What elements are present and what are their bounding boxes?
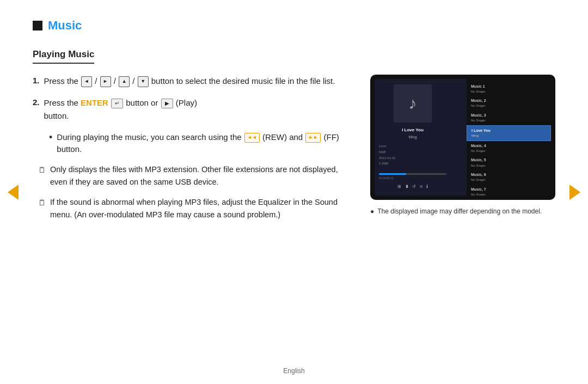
right-side: ♪ I Love You Ming Love R&B 2011-01-01 1.… <box>370 75 555 216</box>
time-row: 01:01/03:12 <box>379 176 446 181</box>
list-item[interactable]: Music, 5 No Singer <box>467 155 551 170</box>
music-note-icon: ♪ <box>409 91 417 115</box>
tv-inner: ♪ I Love You Ming Love R&B 2011-01-01 1.… <box>375 79 551 196</box>
step-1-text-after: button to select the desired music file … <box>151 76 335 86</box>
song-title: I Love You <box>402 127 424 133</box>
album-art: ♪ <box>394 84 432 123</box>
caption-bullet-icon: ● <box>370 206 374 216</box>
step-1-content: Press the ◄ / ► / ▲ / ▼ button to select… <box>44 75 335 88</box>
repeat-ctrl-btn[interactable]: ↺ <box>412 184 416 190</box>
footer-text: English <box>283 367 304 375</box>
screen-caption: ● The displayed image may differ dependi… <box>370 206 555 216</box>
note-2: 🗒 If the sound is abnormal when playing … <box>38 196 354 221</box>
step-2-content: Press the ENTER ↵ button or ▶ (Play)butt… <box>44 96 197 123</box>
slash-3: / <box>132 76 137 86</box>
grid-ctrl-btn[interactable]: ⊞ <box>397 184 401 190</box>
rew-button-icon[interactable]: ◄◄ <box>244 133 260 143</box>
time-display: 01:01/03:12 <box>379 176 393 181</box>
rew-label: (REW) and <box>262 132 303 142</box>
page-title: Music <box>48 16 82 34</box>
date: 2011-01-01 <box>379 155 446 161</box>
note-2-icon: 🗒 <box>38 197 46 209</box>
shuffle-ctrl-btn[interactable]: ⤮ <box>419 184 423 190</box>
caption-text: The displayed image may differ depending… <box>377 206 542 216</box>
category: R&B <box>379 149 446 155</box>
song-meta: Love R&B 2011-01-01 1.2MB <box>379 143 446 167</box>
step-2: 2. Press the ENTER ↵ button or ▶ (Play)b… <box>33 96 354 123</box>
step-1-text-before: Press the <box>44 76 78 86</box>
step-1-number: 1. <box>33 75 40 88</box>
page-container: Music Playing Music 1. Press the ◄ / ► /… <box>0 0 588 240</box>
song-artist: Ming <box>408 135 416 141</box>
genre: Love <box>379 143 446 149</box>
right-arrow-btn[interactable]: ► <box>100 76 111 87</box>
step-2-text-middle: button or <box>126 98 160 107</box>
step-1: 1. Press the ◄ / ► / ▲ / ▼ button to sel… <box>33 75 354 88</box>
section-title: Music <box>33 16 555 34</box>
progress-bar-wrap: 01:01/03:12 ⊞ ⏸ ↺ ⤮ ℹ <box>379 173 446 190</box>
list-item-selected[interactable]: I Love You Ming <box>467 125 551 141</box>
note-1-text: Only displays the files with MP3 extensi… <box>50 163 354 188</box>
list-item[interactable]: Music 1 No Singer <box>467 82 551 96</box>
sub-list: • During playing the music, you can sear… <box>49 131 354 156</box>
pause-ctrl-btn[interactable]: ⏸ <box>405 184 409 190</box>
down-arrow-btn[interactable]: ▼ <box>138 76 149 87</box>
nav-prev-button[interactable] <box>7 181 20 203</box>
bullet-text-before: During playing the music, you can search… <box>57 132 241 142</box>
note-1-icon: 🗒 <box>38 164 46 176</box>
progress-bar-fill <box>379 173 406 175</box>
size: 1.2MB <box>379 161 446 167</box>
note-1: 🗒 Only displays the files with MP3 exten… <box>38 163 354 188</box>
ff-button-icon[interactable]: ►► <box>305 133 321 143</box>
list-item[interactable]: Music, 2 No Singer <box>467 96 551 111</box>
footer: English <box>0 366 588 376</box>
slash-1: / <box>95 76 99 86</box>
info-ctrl-btn[interactable]: ℹ <box>426 184 428 190</box>
bullet-text: During playing the music, you can search… <box>57 131 354 156</box>
bullet-item: • During playing the music, you can sear… <box>49 131 354 156</box>
tv-screen: ♪ I Love You Ming Love R&B 2011-01-01 1.… <box>370 75 555 200</box>
enter-label: ENTER <box>81 98 108 107</box>
list-item[interactable]: Music, 3 No Singer <box>467 111 551 125</box>
bullet-icon: • <box>49 131 52 144</box>
instructions-column: 1. Press the ◄ / ► / ▲ / ▼ button to sel… <box>33 75 354 229</box>
step-2-number: 2. <box>33 96 40 123</box>
section-subtitle: Playing Music <box>33 47 94 64</box>
progress-bar-bg <box>379 173 446 175</box>
file-list-panel: Music 1 No Singer Music, 2 No Singer Mus… <box>467 79 551 196</box>
up-arrow-btn[interactable]: ▲ <box>119 76 130 87</box>
left-arrow-icon <box>8 185 19 200</box>
slash-2: / <box>114 76 118 86</box>
list-item[interactable]: Music, 7 No Singer <box>467 185 551 196</box>
play-button-icon[interactable]: ▶ <box>161 99 173 108</box>
title-square-icon <box>33 21 42 31</box>
nav-next-button[interactable] <box>568 181 581 203</box>
left-arrow-btn[interactable]: ◄ <box>81 76 92 87</box>
controls-row: ⊞ ⏸ ↺ ⤮ ℹ <box>379 184 446 190</box>
list-item[interactable]: Music, 6 No Singer <box>467 170 551 185</box>
right-arrow-icon <box>569 185 580 200</box>
left-panel: ♪ I Love You Ming Love R&B 2011-01-01 1.… <box>375 79 451 196</box>
enter-icon[interactable]: ↵ <box>111 99 123 108</box>
list-item[interactable]: Music, 4 No Singer <box>467 141 551 156</box>
main-content: 1. Press the ◄ / ► / ▲ / ▼ button to sel… <box>33 75 555 229</box>
note-2-text: If the sound is abnormal when playing MP… <box>50 196 354 221</box>
step-2-text-before: Press the <box>44 98 78 107</box>
